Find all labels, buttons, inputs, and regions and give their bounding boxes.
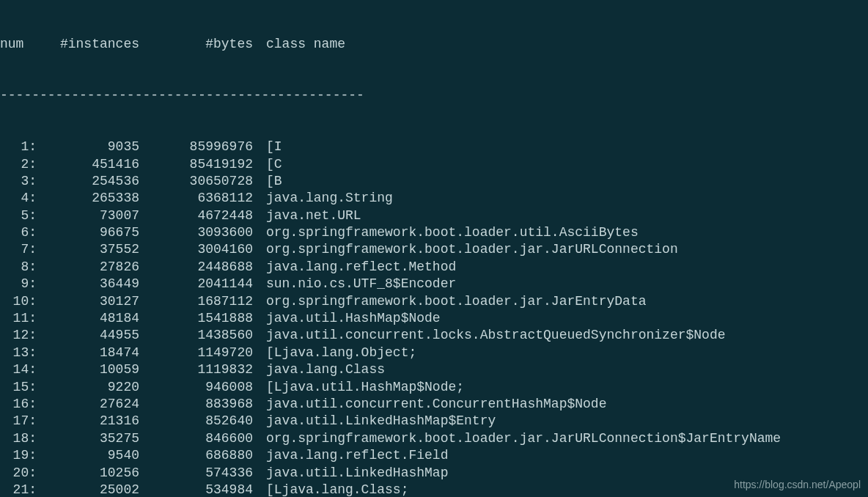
table-row: 14:100591119832java.lang.Class xyxy=(0,361,868,378)
cell-bytes: 4672448 xyxy=(139,207,253,224)
cell-instances: 18474 xyxy=(37,345,139,361)
cell-num: 17: xyxy=(0,413,37,430)
cell-bytes: 686880 xyxy=(139,447,253,464)
cell-instances: 36449 xyxy=(37,276,139,292)
cell-num: 18: xyxy=(0,430,37,447)
cell-num: 19: xyxy=(0,447,37,464)
cell-num: 15: xyxy=(0,379,37,396)
cell-num: 3: xyxy=(0,173,37,190)
table-row: 13:184741149720[Ljava.lang.Object; xyxy=(0,345,868,361)
cell-class-name: [Ljava.lang.Object; xyxy=(253,345,416,361)
cell-class-name: java.lang.reflect.Method xyxy=(253,259,456,276)
cell-num: 5: xyxy=(0,207,37,224)
cell-instances: 27624 xyxy=(37,396,139,413)
cell-instances: 10256 xyxy=(37,465,139,482)
cell-instances: 9220 xyxy=(37,379,139,396)
cell-instances: 30127 xyxy=(37,293,139,310)
cell-num: 20: xyxy=(0,465,37,482)
cell-class-name: org.springframework.boot.loader.jar.JarE… xyxy=(253,293,646,310)
cell-instances: 35275 xyxy=(37,430,139,447)
table-row: 2:45141685419192[C xyxy=(0,156,868,173)
cell-class-name: java.util.HashMap$Node xyxy=(253,310,441,327)
cell-bytes: 1438560 xyxy=(139,327,253,344)
table-row: 11:481841541888java.util.HashMap$Node xyxy=(0,310,868,327)
cell-bytes: 3093600 xyxy=(139,224,253,241)
table-row: 4:2653386368112java.lang.String xyxy=(0,190,868,207)
cell-instances: 9540 xyxy=(37,447,139,464)
table-row: 17:21316852640java.util.LinkedHashMap$En… xyxy=(0,413,868,430)
cell-num: 9: xyxy=(0,276,37,292)
cell-instances: 44955 xyxy=(37,327,139,344)
cell-class-name: java.util.LinkedHashMap$Entry xyxy=(253,413,496,430)
cell-instances: 96675 xyxy=(37,224,139,241)
cell-bytes: 883968 xyxy=(139,396,253,413)
cell-class-name: [I xyxy=(253,139,282,155)
cell-bytes: 574336 xyxy=(139,465,253,482)
cell-bytes: 1541888 xyxy=(139,310,253,327)
cell-class-name: java.lang.reflect.Field xyxy=(253,447,448,464)
cell-num: 6: xyxy=(0,224,37,241)
cell-num: 2: xyxy=(0,156,37,173)
cell-instances: 37552 xyxy=(37,241,139,258)
table-row: 6:966753093600org.springframework.boot.l… xyxy=(0,224,868,241)
cell-num: 13: xyxy=(0,345,37,361)
cell-bytes: 1687112 xyxy=(139,293,253,310)
cell-num: 14: xyxy=(0,361,37,378)
table-row: 3:25453630650728[B xyxy=(0,173,868,190)
cell-num: 8: xyxy=(0,259,37,276)
cell-instances: 48184 xyxy=(37,310,139,327)
table-row: 15:9220946008[Ljava.util.HashMap$Node; xyxy=(0,379,868,396)
cell-num: 16: xyxy=(0,396,37,413)
watermark-text: https://blog.csdn.net/Apeopl xyxy=(734,478,861,491)
table-row: 10:301271687112org.springframework.boot.… xyxy=(0,293,868,310)
cell-class-name: org.springframework.boot.loader.jar.JarU… xyxy=(253,241,678,258)
cell-class-name: java.lang.Class xyxy=(253,361,385,378)
table-row: 7:375523004160org.springframework.boot.l… xyxy=(0,241,868,258)
table-body: 1:903585996976[I2:45141685419192[C3:2545… xyxy=(0,139,868,497)
header-num: num xyxy=(0,36,37,53)
cell-num: 21: xyxy=(0,482,37,497)
cell-num: 1: xyxy=(0,139,37,155)
cell-class-name: [C xyxy=(253,156,282,173)
cell-bytes: 946008 xyxy=(139,379,253,396)
cell-bytes: 2041144 xyxy=(139,276,253,292)
cell-num: 7: xyxy=(0,241,37,258)
cell-instances: 265338 xyxy=(37,190,139,207)
cell-bytes: 852640 xyxy=(139,413,253,430)
cell-num: 4: xyxy=(0,190,37,207)
cell-bytes: 6368112 xyxy=(139,190,253,207)
cell-instances: 254536 xyxy=(37,173,139,190)
table-row: 5:730074672448java.net.URL xyxy=(0,207,868,224)
header-instances: #instances xyxy=(37,36,139,53)
cell-instances: 9035 xyxy=(37,139,139,155)
cell-instances: 10059 xyxy=(37,361,139,378)
cell-class-name: org.springframework.boot.loader.jar.JarU… xyxy=(253,430,781,447)
cell-num: 11: xyxy=(0,310,37,327)
table-row: 9:364492041144sun.nio.cs.UTF_8$Encoder xyxy=(0,276,868,292)
cell-bytes: 30650728 xyxy=(139,173,253,190)
table-row: 16:27624883968java.util.concurrent.Concu… xyxy=(0,396,868,413)
cell-class-name: java.util.concurrent.locks.AbstractQueue… xyxy=(253,327,726,344)
cell-bytes: 1149720 xyxy=(139,345,253,361)
cell-class-name: [Ljava.util.HashMap$Node; xyxy=(253,379,464,396)
cell-bytes: 85419192 xyxy=(139,156,253,173)
cell-class-name: java.util.LinkedHashMap xyxy=(253,465,448,482)
cell-bytes: 2448688 xyxy=(139,259,253,276)
table-row: 18:35275846600org.springframework.boot.l… xyxy=(0,430,868,447)
cell-bytes: 534984 xyxy=(139,482,253,497)
cell-class-name: [Ljava.lang.Class; xyxy=(253,482,408,497)
cell-instances: 27826 xyxy=(37,259,139,276)
cell-instances: 25002 xyxy=(37,482,139,497)
table-row: 19:9540686880java.lang.reflect.Field xyxy=(0,447,868,464)
cell-bytes: 85996976 xyxy=(139,139,253,155)
cell-bytes: 3004160 xyxy=(139,241,253,258)
cell-instances: 73007 xyxy=(37,207,139,224)
cell-class-name: sun.nio.cs.UTF_8$Encoder xyxy=(253,276,456,292)
cell-class-name: java.net.URL xyxy=(253,207,361,224)
cell-num: 12: xyxy=(0,327,37,344)
cell-class-name: java.lang.String xyxy=(253,190,393,207)
cell-class-name: org.springframework.boot.loader.util.Asc… xyxy=(253,224,639,241)
table-header: num #instances #bytes class name xyxy=(0,36,868,53)
cell-instances: 451416 xyxy=(37,156,139,173)
cell-instances: 21316 xyxy=(37,413,139,430)
